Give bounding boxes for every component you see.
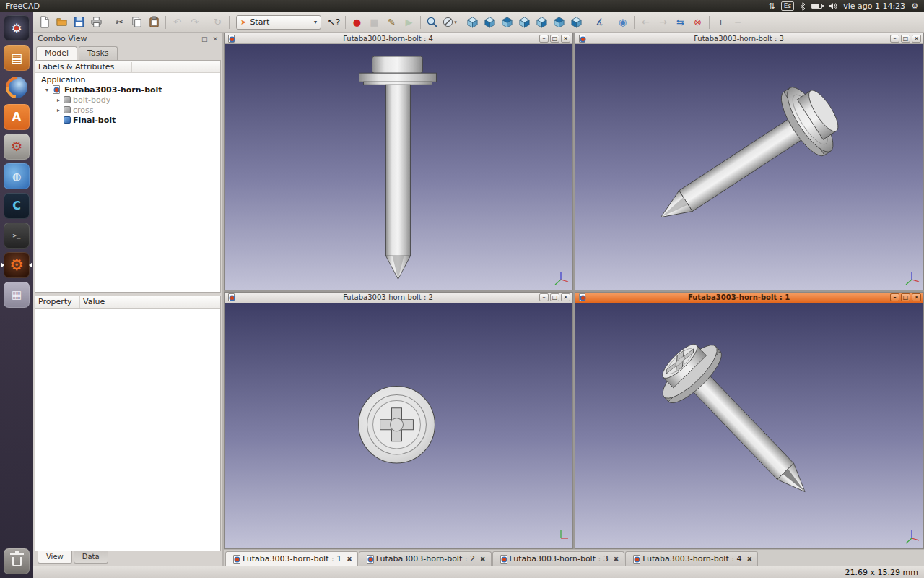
volume-icon[interactable]	[828, 2, 837, 10]
system-settings-icon[interactable]: ⚙	[4, 134, 30, 160]
3d-viewport[interactable]	[575, 44, 923, 290]
view-rear-icon[interactable]	[533, 14, 550, 30]
window-titlebar[interactable]: Futaba3003-horn-bolt : 1 – □ ✕	[575, 293, 923, 303]
maximize-button[interactable]: □	[550, 293, 559, 301]
tab-close-icon[interactable]: ✖	[346, 556, 352, 563]
window-tab-3[interactable]: Futaba3003-horn-bolt : 3 ✖	[492, 551, 625, 566]
dash-home-icon[interactable]: ⚙	[4, 15, 30, 41]
refresh-icon[interactable]: ↻	[209, 14, 226, 30]
tree-item-application[interactable]: Application	[35, 74, 220, 85]
whats-this-icon[interactable]: ↖?	[326, 14, 342, 30]
view-axonometric-icon[interactable]	[464, 14, 481, 30]
model-tree[interactable]: Application ▾ Futaba3003-horn-bolt ▸ bol…	[35, 73, 220, 292]
close-document-icon[interactable]: ⊗	[689, 14, 706, 30]
tab-close-icon[interactable]: ✖	[480, 556, 486, 563]
window-titlebar[interactable]: Futaba3003-horn-bolt : 3 – □ ✕	[575, 33, 923, 44]
view-forward-icon[interactable]: →	[655, 14, 671, 30]
close-button[interactable]: ✕	[912, 293, 921, 301]
navigation-style-icon[interactable]: ◉	[614, 14, 631, 30]
column-value[interactable]: Value	[80, 296, 220, 308]
web-browser-icon[interactable]: ◍	[4, 163, 30, 189]
tab-data[interactable]: Data	[74, 551, 108, 564]
sync-view-icon[interactable]: ⇆	[672, 14, 689, 30]
bluetooth-icon[interactable]	[800, 2, 806, 11]
trash-icon[interactable]	[4, 548, 30, 574]
tree-item-document[interactable]: ▾ Futaba3003-horn-bolt	[35, 85, 220, 95]
combo-view-titlebar[interactable]: Combo View □ ✕	[35, 33, 221, 45]
clock[interactable]: vie ago 1 14:23	[843, 1, 905, 11]
minimize-button[interactable]: –	[539, 35, 549, 43]
save-document-icon[interactable]	[71, 14, 87, 30]
tab-tasks[interactable]: Tasks	[79, 46, 117, 60]
view-right-icon[interactable]	[516, 14, 533, 30]
zoom-out-icon[interactable]: −	[730, 14, 746, 30]
property-editor[interactable]	[35, 309, 220, 551]
close-button[interactable]: ✕	[561, 35, 570, 43]
print-icon[interactable]	[88, 14, 105, 30]
window-tab-1[interactable]: Futaba3003-horn-bolt : 1 ✖	[225, 551, 358, 566]
network-updown-icon[interactable]: ⇅	[769, 2, 775, 10]
maximize-button[interactable]: □	[901, 293, 910, 301]
new-document-icon[interactable]	[36, 14, 53, 30]
toolbar-icons: ✂↶↷↻➤Start▾↖?●■✎▶▾∡◉←→⇆⊗+−	[36, 14, 921, 30]
undo-icon[interactable]: ↶	[169, 14, 186, 30]
3d-viewport[interactable]	[575, 303, 923, 549]
open-document-icon[interactable]	[53, 14, 70, 30]
view-back-icon[interactable]: ←	[637, 14, 654, 30]
view-window-1: Futaba3003-horn-bolt : 1 – □ ✕	[575, 292, 924, 550]
cut-icon[interactable]: ✂	[111, 14, 128, 30]
zoom-in-icon[interactable]: +	[712, 14, 729, 30]
column-property[interactable]: Property	[35, 296, 80, 308]
macro-stop-icon[interactable]: ■	[366, 14, 383, 30]
expander-icon[interactable]: ▸	[55, 97, 62, 103]
window-titlebar[interactable]: Futaba3003-horn-bolt : 2 – □ ✕	[225, 293, 572, 303]
tree-item-cross[interactable]: ▸ cross	[35, 105, 220, 115]
ubuntu-software-icon[interactable]: A	[4, 104, 30, 130]
close-button[interactable]: ✕	[912, 35, 921, 43]
paste-icon[interactable]	[146, 14, 162, 30]
macro-play-icon[interactable]: ▶	[401, 14, 417, 30]
minimize-button[interactable]: –	[890, 293, 899, 301]
3d-viewport[interactable]	[225, 303, 572, 549]
session-gear-icon[interactable]: ⚙	[911, 2, 918, 10]
dock-float-icon[interactable]: □	[201, 35, 208, 43]
cura-icon[interactable]: C	[4, 193, 30, 219]
zoom-fit-icon[interactable]	[424, 14, 440, 30]
window-tab-4[interactable]: Futaba3003-horn-bolt : 4 ✖	[625, 551, 758, 566]
macro-record-icon[interactable]: ●	[349, 14, 365, 30]
tab-close-icon[interactable]: ✖	[614, 556, 619, 563]
workspace-switcher-icon[interactable]: ▦	[4, 282, 30, 308]
measure-distance-icon[interactable]: ∡	[591, 14, 608, 30]
view-left-icon[interactable]	[568, 14, 585, 30]
expander-icon[interactable]: ▾	[43, 87, 51, 93]
view-front-icon[interactable]	[481, 14, 498, 30]
maximize-button[interactable]: □	[550, 35, 559, 43]
tab-close-icon[interactable]: ✖	[746, 556, 752, 563]
minimize-button[interactable]: –	[539, 293, 549, 301]
minimize-button[interactable]: –	[890, 35, 899, 43]
macro-edit-icon[interactable]: ✎	[383, 14, 400, 30]
files-icon[interactable]: ▤	[4, 45, 30, 71]
draw-style-icon[interactable]: ▾	[441, 14, 458, 30]
redo-icon[interactable]: ↷	[186, 14, 203, 30]
window-titlebar[interactable]: Futaba3003-horn-bolt : 4 – □ ✕	[225, 33, 572, 44]
tab-view[interactable]: View	[38, 551, 72, 564]
copy-icon[interactable]	[128, 14, 145, 30]
firefox-icon[interactable]	[4, 74, 30, 100]
maximize-button[interactable]: □	[901, 35, 910, 43]
freecad-icon[interactable]: ⚙	[4, 252, 30, 278]
dock-close-icon[interactable]: ✕	[212, 35, 218, 43]
tab-model[interactable]: Model	[36, 46, 77, 60]
terminal-icon[interactable]: >_	[4, 223, 30, 249]
tree-item-final-bolt[interactable]: Final-bolt	[35, 115, 220, 125]
3d-viewport[interactable]	[225, 44, 572, 290]
battery-icon[interactable]	[811, 4, 822, 9]
view-top-icon[interactable]	[499, 14, 515, 30]
tree-item-bolt-body[interactable]: ▸ bolt-body	[35, 95, 220, 105]
close-button[interactable]: ✕	[561, 293, 570, 301]
view-bottom-icon[interactable]	[551, 14, 567, 30]
workbench-selector[interactable]: ➤Start▾	[236, 15, 321, 30]
window-tab-2[interactable]: Futaba3003-horn-bolt : 2 ✖	[359, 551, 492, 566]
keyboard-layout-indicator[interactable]: Es	[781, 1, 794, 11]
expander-icon[interactable]: ▸	[55, 107, 62, 113]
